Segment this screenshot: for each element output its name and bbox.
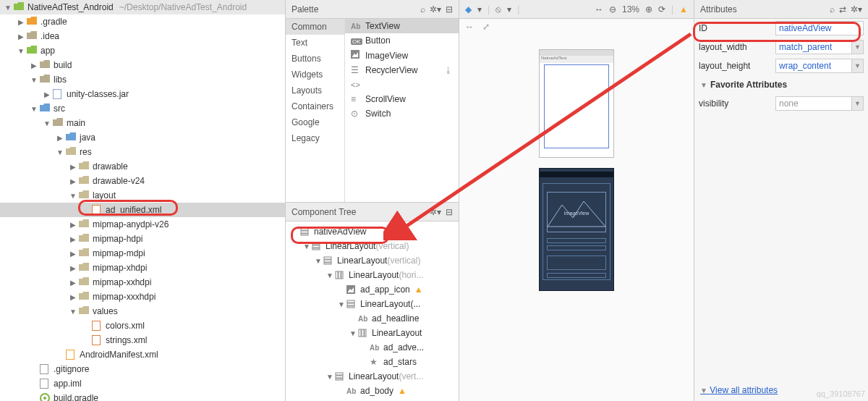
gear-icon[interactable]: ✲▾ [430, 207, 441, 217]
tree-item-drawable-v24[interactable]: ▶drawable-v24 [0, 174, 285, 188]
dropdown-icon[interactable]: ▼ [852, 40, 864, 54]
magnet-icon[interactable]: ⦸ [495, 4, 501, 14]
tree-arrow-icon[interactable]: ▼ [55, 148, 65, 156]
tree-arrow-icon[interactable]: ▼ [336, 300, 346, 308]
component-LinearLayout[interactable]: ▼LinearLayout [286, 326, 459, 340]
tree-item-mipmap-xxxhdpi[interactable]: ▶mipmap-xxxhdpi [0, 290, 285, 304]
component-ad_adve-[interactable]: Abad_adve... [286, 340, 459, 355]
attr-value-input[interactable]: nativeAdView [775, 21, 864, 35]
tree-item--gradle[interactable]: ▶.gradle [0, 14, 285, 29]
tree-arrow-icon[interactable]: ▼ [302, 242, 312, 250]
tree-arrow-icon[interactable]: ▼ [325, 271, 335, 279]
zoom-in-icon[interactable]: ⊕ [645, 4, 652, 14]
layers-icon[interactable]: ◆ [465, 4, 472, 14]
tree-arrow-icon[interactable]: ▼ [348, 329, 358, 337]
palette-category-widgets[interactable]: Widgets [286, 67, 344, 83]
tree-arrow-icon[interactable]: ▶ [16, 18, 26, 26]
tree-arrow-icon[interactable]: ▶ [68, 293, 78, 301]
tree-item-build-gradle[interactable]: build.gradle [0, 391, 285, 401]
tree-arrow-icon[interactable]: ▶ [42, 90, 52, 98]
tree-item-mipmap-anydpi-v26[interactable]: ▶mipmap-anydpi-v26 [0, 217, 285, 232]
design-preview-blueprint[interactable]: ImageView [539, 168, 614, 291]
warning-icon[interactable]: ▲ [679, 4, 688, 14]
zoom-out-icon[interactable]: ⊖ [609, 4, 616, 14]
component-ad_stars[interactable]: ★ad_stars [286, 355, 459, 369]
favorite-attributes-header[interactable]: ▼ Favorite Attributes [694, 75, 868, 94]
tree-item-libs[interactable]: ▼libs [0, 72, 285, 87]
tree-item-java[interactable]: ▶java [0, 130, 285, 145]
design-preview-light[interactable]: NativeAdTest [539, 49, 614, 158]
palette-category-layouts[interactable]: Layouts [286, 83, 344, 98]
swap-icon[interactable]: ⇄ [839, 4, 846, 14]
dropdown-icon[interactable]: ▼ [852, 59, 864, 73]
tree-item-res[interactable]: ▼res [0, 145, 285, 159]
tree-arrow-icon[interactable]: ▼ [42, 119, 52, 127]
palette-widget-ImageView[interactable]: ImageView [345, 48, 459, 63]
component-LinearLayout[interactable]: ▼LinearLayout (vertical) [286, 239, 459, 253]
palette-widget-fragment[interactable]: <> [345, 77, 459, 92]
component-LinearLayout[interactable]: ▼LinearLayout (vert... [286, 369, 459, 384]
tree-arrow-icon[interactable]: ▼ [68, 308, 78, 316]
tree-item-ad_unified-xml[interactable]: ad_unified.xml [0, 203, 285, 217]
hide-icon[interactable]: ⊟ [446, 207, 453, 217]
tree-item-strings-xml[interactable]: strings.xml [0, 333, 285, 347]
pan-icon[interactable]: ↔ [465, 22, 474, 32]
tree-item-build[interactable]: ▶build [0, 58, 285, 72]
palette-widget-TextView[interactable]: AbTextView [345, 19, 459, 33]
tree-arrow-icon[interactable]: ▼ [325, 373, 335, 381]
tree-arrow-icon[interactable]: ▶ [68, 177, 78, 185]
tree-item-AndroidManifest-xml[interactable]: AndroidManifest.xml [0, 347, 285, 362]
component-ad_body[interactable]: Abad_body▲ [286, 384, 459, 398]
tree-arrow-icon[interactable]: ▶ [68, 235, 78, 243]
search-icon[interactable]: ⌕ [830, 4, 835, 14]
component-ad_app_icon[interactable]: ad_app_icon▲ [286, 282, 459, 297]
tree-item-mipmap-xhdpi[interactable]: ▶mipmap-xhdpi [0, 261, 285, 275]
component-LinearLayout-[interactable]: ▼LinearLayout(... [286, 297, 459, 311]
palette-category-legacy[interactable]: Legacy [286, 130, 344, 146]
attr-value-input[interactable]: match_parent [775, 40, 852, 54]
palette-category-common[interactable]: Common [286, 19, 344, 35]
tree-arrow-icon[interactable]: ▼ [313, 257, 323, 265]
component-LinearLayout[interactable]: ▼LinearLayout (hori... [286, 268, 459, 282]
warning-icon[interactable]: ▲ [398, 386, 407, 396]
attr-value-input[interactable]: wrap_content [775, 59, 852, 73]
tree-arrow-icon[interactable]: ▶ [68, 221, 78, 229]
palette-category-text[interactable]: Text [286, 35, 344, 51]
tree-item-main[interactable]: ▼main [0, 116, 285, 130]
tree-item-values[interactable]: ▼values [0, 304, 285, 318]
tree-item-unity-classes-jar[interactable]: ▶unity-classes.jar [0, 87, 285, 101]
tree-arrow-icon[interactable]: ▶ [68, 163, 78, 171]
palette-category-google[interactable]: Google [286, 114, 344, 130]
tree-arrow-icon[interactable]: ▼ [29, 105, 39, 113]
palette-category-buttons[interactable]: Buttons [286, 51, 344, 67]
search-icon[interactable]: ⌕ [420, 4, 425, 14]
tree-item-mipmap-xxhdpi[interactable]: ▶mipmap-xxhdpi [0, 275, 285, 290]
palette-category-containers[interactable]: Containers [286, 98, 344, 114]
tree-arrow-icon[interactable]: ▼ [3, 4, 13, 12]
tree-item--gitignore[interactable]: .gitignore [0, 362, 285, 376]
tree-item-app-iml[interactable]: app.iml [0, 376, 285, 391]
tree-item-mipmap-mdpi[interactable]: ▶mipmap-mdpi [0, 246, 285, 261]
component-LinearLayout[interactable]: ▼LinearLayout (vertical) [286, 253, 459, 268]
tree-arrow-icon[interactable]: ▶ [29, 62, 39, 69]
hide-icon[interactable]: ⊟ [446, 4, 453, 14]
tree-arrow-icon[interactable]: ▶ [55, 134, 65, 142]
tree-arrow-icon[interactable]: ▶ [68, 264, 78, 272]
tree-arrow-icon[interactable]: ▶ [68, 250, 78, 258]
warning-icon[interactable]: ▲ [414, 284, 423, 295]
tree-item-mipmap-hdpi[interactable]: ▶mipmap-hdpi [0, 232, 285, 246]
palette-widget-ScrollView[interactable]: ≡ScrollView [345, 92, 459, 106]
palette-widget-Button[interactable]: OKButton [345, 33, 459, 48]
gear-icon[interactable]: ✲▾ [851, 4, 862, 14]
tree-item-layout[interactable]: ▼layout [0, 188, 285, 203]
component-nativeAdView[interactable]: nativeAdView [286, 224, 459, 239]
expand-icon[interactable]: ⤢ [482, 22, 490, 32]
tree-item-drawable[interactable]: ▶drawable [0, 159, 285, 174]
tree-item-app[interactable]: ▼app [0, 43, 285, 58]
tree-item-NativeAdTest_Android[interactable]: ▼NativeAdTest_Android~/Desktop/NativeAdT… [0, 0, 285, 14]
download-icon[interactable]: ⭳ [444, 65, 453, 75]
tree-item--idea[interactable]: ▶.idea [0, 29, 285, 43]
tree-arrow-icon[interactable]: ▶ [16, 33, 26, 41]
zoom-level[interactable]: 13% [622, 4, 639, 14]
design-canvas[interactable]: NativeAdTest ImageView [459, 35, 694, 401]
